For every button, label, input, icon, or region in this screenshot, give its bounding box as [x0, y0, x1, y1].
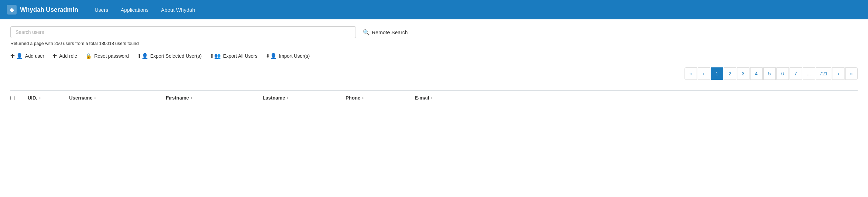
export-all-icon: ⬆👥 — [210, 53, 221, 59]
table-header: UID. ↕ Username ↕ Firstname ↕ Lastname ↕… — [10, 90, 858, 103]
page-first[interactable]: « — [685, 67, 697, 80]
add-role-icon: ✚ — [53, 53, 57, 59]
brand-link[interactable]: ◆ Whydah Useradmin — [7, 5, 78, 15]
page-6[interactable]: 6 — [776, 67, 789, 80]
add-role-button[interactable]: ✚ Add role — [53, 53, 77, 59]
reset-password-button[interactable]: 🔒 Reset password — [85, 53, 129, 59]
add-user-button[interactable]: ✚ 👤 Add user — [10, 53, 44, 59]
add-role-label: Add role — [59, 53, 77, 59]
th-checkbox — [10, 96, 28, 100]
export-selected-button[interactable]: ⬆👤 Export Selected User(s) — [137, 53, 202, 59]
export-selected-label: Export Selected User(s) — [150, 53, 202, 59]
search-input-wrapper — [10, 26, 356, 38]
uid-sort-icon: ↕ — [39, 95, 41, 100]
lastname-sort-icon: ↕ — [286, 95, 289, 100]
export-all-button[interactable]: ⬆👥 Export All Users — [210, 53, 257, 59]
lock-icon: 🔒 — [85, 53, 92, 59]
th-uid-label: UID. — [28, 95, 37, 101]
page-4[interactable]: 4 — [750, 67, 763, 80]
toolbar: ✚ 👤 Add user ✚ Add role 🔒 Reset password… — [10, 53, 858, 59]
page-3[interactable]: 3 — [737, 67, 749, 80]
nav-users[interactable]: Users — [88, 0, 114, 19]
pagination: « ‹ 1 2 3 4 5 6 7 ... 721 › » — [685, 67, 858, 80]
username-sort-icon: ↕ — [94, 95, 96, 100]
th-email-label: E-mail — [415, 95, 429, 101]
page-7[interactable]: 7 — [790, 67, 802, 80]
main-content: 🔍 Remote Search Returned a page with 250… — [0, 19, 868, 197]
page-last[interactable]: » — [845, 67, 858, 80]
th-uid[interactable]: UID. ↕ — [28, 95, 69, 101]
brand-icon: ◆ — [7, 5, 17, 15]
status-text: Returned a page with 250 users from a to… — [10, 41, 858, 46]
add-user-label: Add user — [25, 53, 44, 59]
search-icon: 🔍 — [363, 29, 370, 36]
th-firstname[interactable]: Firstname ↕ — [166, 95, 263, 101]
page-2[interactable]: 2 — [724, 67, 736, 80]
search-row: 🔍 Remote Search — [10, 26, 858, 38]
search-input[interactable] — [10, 26, 356, 38]
phone-sort-icon: ↕ — [362, 95, 364, 100]
th-username-label: Username — [69, 95, 93, 101]
select-all-checkbox[interactable] — [10, 96, 15, 100]
page-ellipsis: ... — [803, 67, 815, 80]
email-sort-icon: ↕ — [431, 95, 433, 100]
page-5[interactable]: 5 — [763, 67, 776, 80]
import-users-button[interactable]: ⬇👤 Import User(s) — [266, 53, 310, 59]
brand-name: Whydah Useradmin — [20, 6, 78, 13]
th-lastname-label: Lastname — [263, 95, 285, 101]
import-icon: ⬇👤 — [266, 53, 277, 59]
add-user-icon: ✚ 👤 — [10, 53, 23, 59]
pagination-wrapper: « ‹ 1 2 3 4 5 6 7 ... 721 › » — [10, 67, 858, 80]
th-username[interactable]: Username ↕ — [69, 95, 166, 101]
page-721[interactable]: 721 — [816, 67, 831, 80]
import-users-label: Import User(s) — [279, 53, 310, 59]
navbar: ◆ Whydah Useradmin Users Applications Ab… — [0, 0, 868, 19]
reset-password-label: Reset password — [94, 53, 129, 59]
page-prev[interactable]: ‹ — [698, 67, 710, 80]
firstname-sort-icon: ↕ — [190, 95, 192, 100]
page-next[interactable]: › — [832, 67, 845, 80]
page-1[interactable]: 1 — [711, 67, 723, 80]
th-firstname-label: Firstname — [166, 95, 189, 101]
remote-search-button[interactable]: 🔍 Remote Search — [363, 29, 408, 36]
th-lastname[interactable]: Lastname ↕ — [263, 95, 346, 101]
nav-applications[interactable]: Applications — [114, 0, 155, 19]
nav-links: Users Applications About Whydah — [88, 0, 201, 19]
th-phone[interactable]: Phone ↕ — [346, 95, 415, 101]
th-email[interactable]: E-mail ↕ — [415, 95, 858, 101]
th-phone-label: Phone — [346, 95, 360, 101]
nav-about[interactable]: About Whydah — [155, 0, 201, 19]
remote-search-label: Remote Search — [372, 29, 408, 35]
export-all-label: Export All Users — [223, 53, 257, 59]
export-selected-icon: ⬆👤 — [137, 53, 148, 59]
